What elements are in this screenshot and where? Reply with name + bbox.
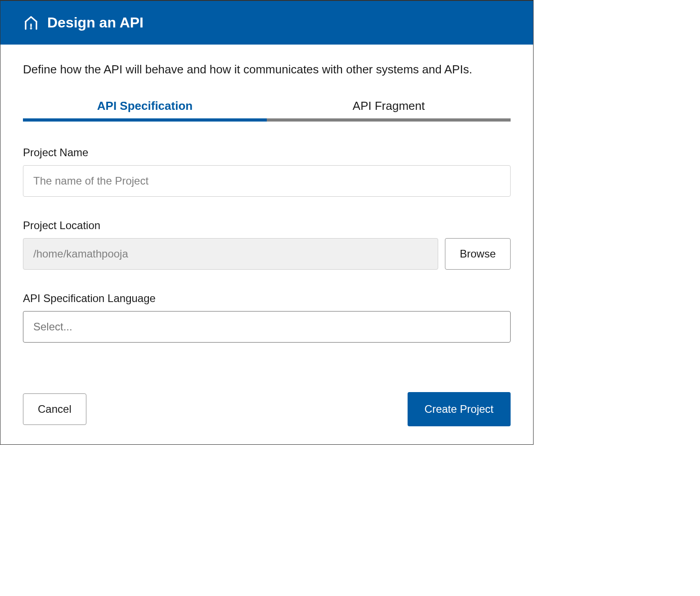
project-location-group: Project Location Browse — [23, 219, 511, 270]
create-project-button[interactable]: Create Project — [408, 392, 511, 426]
dialog-description: Define how the API will behave and how i… — [23, 63, 511, 77]
dialog-header: Design an API — [0, 1, 533, 45]
project-name-label: Project Name — [23, 146, 511, 159]
spec-language-group: API Specification Language — [23, 292, 511, 343]
project-location-label: Project Location — [23, 219, 511, 232]
project-location-input[interactable] — [23, 238, 438, 270]
project-name-group: Project Name — [23, 146, 511, 197]
dialog-footer: Cancel Create Project — [23, 392, 511, 426]
spec-language-select[interactable] — [23, 311, 511, 343]
tab-api-specification[interactable]: API Specification — [23, 99, 267, 122]
browse-button[interactable]: Browse — [445, 238, 511, 270]
dialog-content: Define how the API will behave and how i… — [0, 45, 533, 444]
dialog-title: Design an API — [47, 14, 144, 31]
tabs: API Specification API Fragment — [23, 99, 511, 122]
project-name-input[interactable] — [23, 165, 511, 197]
api-design-icon — [23, 15, 39, 31]
spec-language-label: API Specification Language — [23, 292, 511, 305]
tab-api-fragment[interactable]: API Fragment — [267, 99, 511, 122]
cancel-button[interactable]: Cancel — [23, 393, 86, 425]
svg-point-0 — [31, 28, 31, 29]
